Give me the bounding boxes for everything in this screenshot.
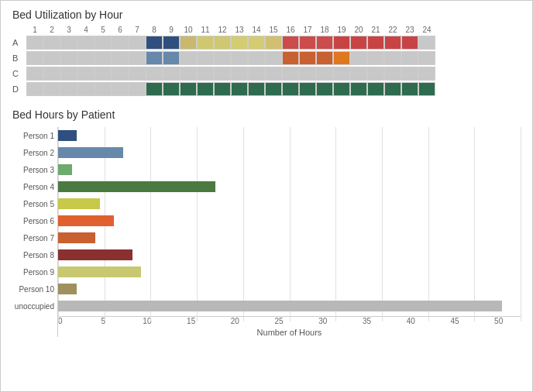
x-label: 5 [81, 317, 126, 325]
bar-row [58, 144, 521, 161]
grid-cell [384, 67, 401, 81]
grid-cell [333, 51, 350, 65]
grid-cell [231, 36, 248, 50]
bar-row [58, 246, 521, 263]
grid-cell [60, 67, 77, 81]
hour-label: 10 [180, 26, 197, 34]
hour-label: 14 [248, 26, 265, 34]
x-label: 45 [433, 317, 477, 325]
y-label: Person 3 [12, 161, 57, 178]
hour-label: 17 [299, 26, 316, 34]
grid-cell [418, 36, 435, 50]
grid-cell [26, 51, 43, 65]
grid-cell [43, 51, 60, 65]
row-label: D [12, 84, 26, 94]
grid-header-row: 123456789101112131415161718192021222324 [26, 26, 521, 34]
x-label: 25 [257, 317, 301, 325]
grid-cell [350, 82, 367, 96]
y-label: Person 10 [12, 280, 57, 297]
grid-row: D [12, 82, 521, 96]
hour-label: 19 [333, 26, 350, 34]
grid-cell [367, 82, 384, 96]
grid-row: A [12, 36, 521, 50]
grid-cell [26, 67, 43, 81]
grid-cell [214, 82, 231, 96]
grid-cell [214, 51, 231, 65]
grid-cell [112, 67, 129, 81]
grid-cell [197, 67, 214, 81]
grid-cell [163, 51, 180, 65]
grid-cell [401, 82, 418, 96]
bar [58, 232, 95, 243]
hour-label: 1 [26, 26, 43, 34]
hour-label: 2 [43, 26, 60, 34]
grid-cell [231, 82, 248, 96]
hour-label: 21 [367, 26, 384, 34]
grid-cell [112, 36, 129, 50]
grid-cell [146, 82, 163, 96]
hour-label: 11 [197, 26, 214, 34]
grid-cell [248, 82, 265, 96]
grid-cell [197, 36, 214, 50]
hour-label: 5 [95, 26, 112, 34]
grid-cell [43, 67, 60, 81]
bar [58, 181, 215, 192]
x-label: 40 [389, 317, 433, 325]
bar-row [58, 178, 521, 195]
bed-utilization-title: Bed Utilization by Hour [12, 9, 521, 21]
grid-cell [180, 67, 197, 81]
hour-label: 9 [163, 26, 180, 34]
grid-cell [367, 67, 384, 81]
row-label: B [12, 53, 26, 63]
grid-cell [95, 67, 112, 81]
grid-cell [112, 82, 129, 96]
y-label: Person 8 [12, 246, 57, 263]
grid-cell [146, 51, 163, 65]
grid-cell [231, 67, 248, 81]
grid-cell [367, 51, 384, 65]
x-label: 35 [345, 317, 389, 325]
hour-label: 3 [60, 26, 77, 34]
bar [58, 215, 114, 226]
grid-cell [26, 82, 43, 96]
y-label: unoccupied [12, 297, 57, 315]
grid-row: C [12, 67, 521, 81]
x-label: 20 [213, 317, 257, 325]
x-label: 15 [169, 317, 213, 325]
grid-cell [214, 36, 231, 50]
bar [58, 284, 77, 294]
grid-cell [265, 67, 282, 81]
hour-label: 22 [384, 26, 401, 34]
grid-cell [60, 36, 77, 50]
y-label: Person 9 [12, 263, 57, 280]
grid-cell [129, 67, 146, 81]
grid-cell [77, 51, 95, 65]
grid-row: B [12, 51, 521, 65]
grid-cell [418, 51, 435, 65]
x-label: 30 [301, 317, 345, 325]
hour-label: 13 [231, 26, 248, 34]
grid-cell [384, 36, 401, 50]
chart-area: Person 1Person 2Person 3Person 4Person 5… [12, 127, 521, 337]
grid-cell [95, 36, 112, 50]
grid-cell [282, 36, 299, 50]
bar [58, 130, 77, 141]
hour-label: 23 [401, 26, 418, 34]
grid-cell [248, 67, 265, 81]
hour-label: 16 [282, 26, 299, 34]
y-label: Person 1 [12, 127, 57, 144]
bar [58, 147, 123, 158]
grid-cell [214, 67, 231, 81]
grid-cell [146, 36, 163, 50]
grid-cell [265, 82, 282, 96]
grid-cell [112, 51, 129, 65]
grid-cell [231, 51, 248, 65]
grid-cell [350, 51, 367, 65]
grid-cell [384, 82, 401, 96]
grid-cell [95, 51, 112, 65]
bar-chart-title: Bed Hours by Patient [12, 108, 521, 121]
grid-cell [282, 67, 299, 81]
grid-cell [248, 51, 265, 65]
grid-cell [129, 36, 146, 50]
grid-cell [333, 82, 350, 96]
